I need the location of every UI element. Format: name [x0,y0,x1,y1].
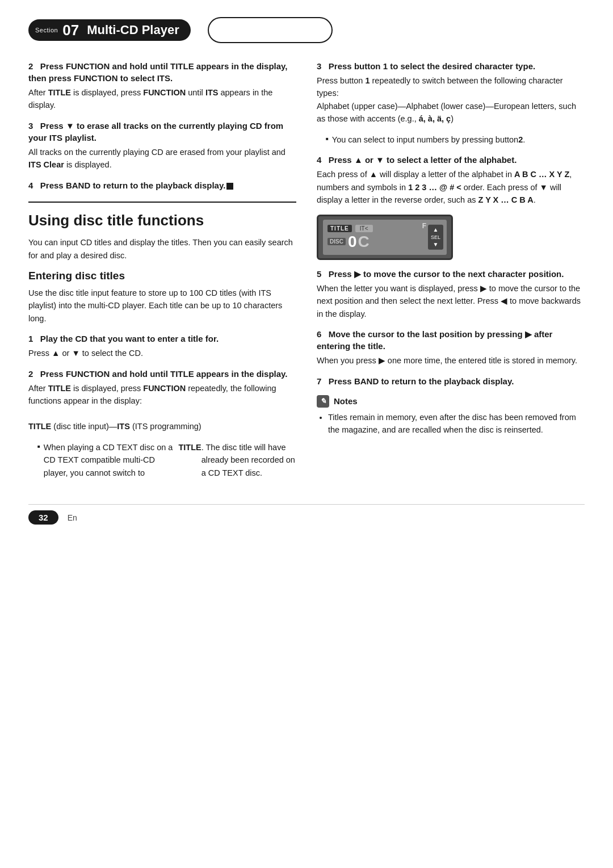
footer-language: En [68,513,77,522]
step2-entering-body: After TITLE is displayed, press FUNCTION… [28,382,296,433]
step2-entering-heading: 2 Press FUNCTION and hold until TITLE ap… [28,368,296,380]
footer: 32 En [28,504,585,525]
step2-entering: 2 Press FUNCTION and hold until TITLE ap… [28,368,296,479]
step4-top: 4 Press BAND to return to the playback d… [28,179,296,191]
sub-section-body: Use the disc title input feature to stor… [28,287,296,325]
step1: 1 Play the CD that you want to enter a t… [28,333,296,359]
step3-top: 3 Press ▼ to erase all tracks on the cur… [28,120,296,171]
notes-item-1: Titles remain in memory, even after the … [328,411,585,437]
step3-list-item1: You can select to input numbers by press… [326,133,585,146]
header: Section 07 Multi-CD Player [28,17,585,43]
notes-list: Titles remain in memory, even after the … [317,411,585,437]
step7-right: 7 Press BAND to return to the playback d… [317,375,585,387]
page: Section 07 Multi-CD Player 2 Press FUNCT… [0,0,613,868]
step6-right-heading: 6 Move the cursor to the last position b… [317,328,585,352]
step2-list-item1: When playing a CD TEXT disc on a CD TEXT… [37,441,296,479]
main-section-title: Using disc title functions [28,212,296,229]
step4-right: 4 Press ▲ or ▼ to select a letter of the… [317,154,585,259]
step6-right-body: When you press ▶ one more time, the ente… [317,354,585,367]
step4-top-heading: 4 Press BAND to return to the playback d… [28,179,296,191]
step5-right-heading: 5 Press ▶ to move the cursor to the next… [317,268,585,280]
step3-right-list: You can select to input numbers by press… [317,133,585,146]
step5-right-body: When the letter you want is displayed, p… [317,282,585,320]
step6-right: 6 Move the cursor to the last position b… [317,328,585,367]
page-number-badge: 32 [28,510,58,525]
notes-box: ✎ Notes Titles remain in memory, even af… [317,395,585,437]
two-columns: 2 Press FUNCTION and hold until TITLE ap… [28,60,585,487]
section-badge: Section 07 Multi-CD Player [28,19,191,41]
header-right-box [208,17,333,43]
step7-right-heading: 7 Press BAND to return to the playback d… [317,375,585,387]
step5-right: 5 Press ▶ to move the cursor to the next… [317,268,585,320]
step4-right-body: Each press of ▲ will display a letter of… [317,168,585,206]
step2-top-heading: 2 Press FUNCTION and hold until TITLE ap… [28,60,296,84]
step3-right-heading: 3 Press button 1 to select the desired c… [317,60,585,72]
section-label: Section [35,27,58,33]
step3-top-body: All tracks on the currently playing CD a… [28,146,296,171]
section-title: Multi-CD Player [87,23,179,37]
left-column: 2 Press FUNCTION and hold until TITLE ap… [28,60,296,487]
sub-section-title: Entering disc titles [28,270,296,282]
notes-label: Notes [334,396,358,406]
notes-icon: ✎ [317,395,329,408]
step3-top-heading: 3 Press ▼ to erase all tracks on the cur… [28,120,296,144]
divider [28,202,296,203]
step2-entering-list: When playing a CD TEXT disc on a CD TEXT… [28,441,296,479]
step1-body: Press ▲ or ▼ to select the CD. [28,347,296,359]
step1-heading: 1 Play the CD that you want to enter a t… [28,333,296,345]
step3-right-body: Press button 1 repeatedly to switch betw… [317,74,585,125]
step3-right: 3 Press button 1 to select the desired c… [317,60,585,146]
right-column: 3 Press button 1 to select the desired c… [317,60,585,487]
stop-icon [226,183,233,190]
step2-top-body: After TITLE is displayed, press FUNCTION… [28,86,296,112]
main-section-body: You can input CD titles and display the … [28,236,296,262]
section-number: 07 [62,23,79,37]
step4-right-heading: 4 Press ▲ or ▼ to select a letter of the… [317,154,585,166]
notes-header: ✎ Notes [317,395,585,408]
display-image: TITLE IT< DISC 0 C F ▲ SEL [317,215,453,260]
step2-top-its: 2 Press FUNCTION and hold until TITLE ap… [28,60,296,112]
